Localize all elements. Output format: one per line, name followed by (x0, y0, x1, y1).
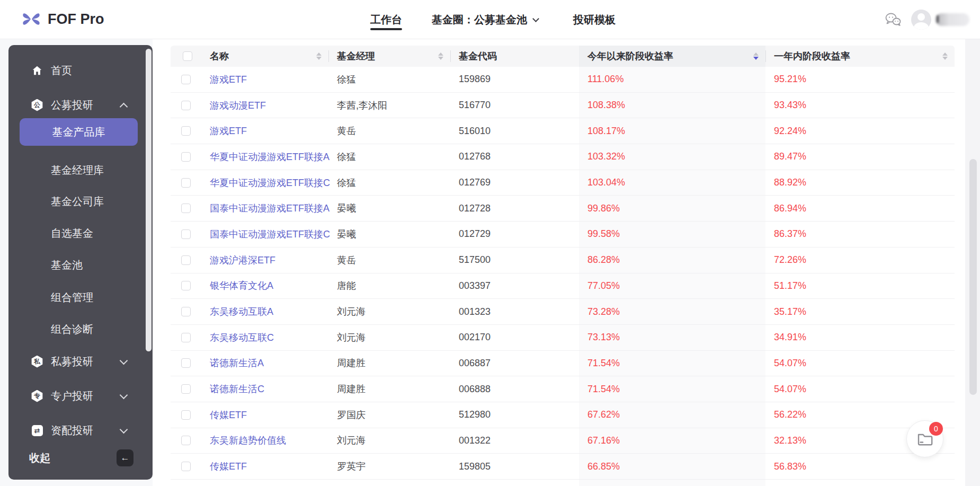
row-checkbox[interactable] (181, 281, 191, 290)
row-checkbox[interactable] (181, 204, 191, 213)
table-row-12: 诺德新生活C周建胜00688871.54%54.07% (171, 376, 955, 402)
fund-manager-cell: 唐能 (328, 273, 450, 299)
tab-research-template[interactable]: 投研模板 (573, 0, 616, 39)
sidebar-subitem-3[interactable]: 自选基金 (8, 225, 153, 241)
row-checkbox[interactable] (181, 101, 191, 110)
row-checkbox[interactable] (181, 358, 191, 368)
sidebar-group-asset-allocation[interactable]: ⇄ 资配投研 (8, 422, 153, 438)
user-avatar[interactable] (911, 10, 931, 30)
fund-name-link[interactable]: 游戏ETF (210, 125, 247, 137)
row-checkbox-cell (171, 376, 201, 402)
column-label: 今年以来阶段收益率 (587, 50, 673, 63)
sidebar-group-private-fund[interactable]: 私 私募投研 (8, 354, 153, 369)
row-checkbox[interactable] (181, 410, 191, 420)
sidebar-group-special-account[interactable]: 专 专户投研 (8, 388, 153, 404)
sidebar-subitem-4[interactable]: 基金池 (8, 257, 153, 273)
sidebar-subitem-2[interactable]: 基金公司库 (8, 193, 153, 209)
row-checkbox[interactable] (181, 255, 191, 265)
tab-fund-circle[interactable]: 基金圈：公募基金池 (432, 0, 538, 39)
table-row-3: 华夏中证动漫游戏ETF联接A徐猛012768103.32%89.47% (171, 144, 955, 170)
row-checkbox[interactable] (181, 229, 191, 239)
sort-icon[interactable] (942, 52, 948, 60)
row-checkbox-cell (171, 67, 201, 92)
fund-name-link[interactable]: 游戏动漫ETF (210, 99, 266, 112)
table-row-14: 东吴新趋势价值线刘元海00132267.16%32.13% (171, 428, 955, 454)
sidebar-subitem-0-selected[interactable]: 基金产品库 (20, 118, 138, 146)
row-checkbox[interactable] (181, 178, 191, 188)
row-checkbox[interactable] (181, 333, 191, 342)
fund-name-link[interactable]: 银华体育文化A (210, 279, 273, 292)
row-checkbox[interactable] (181, 152, 191, 162)
fund-name-link[interactable]: 华夏中证动漫游戏ETF联接C (210, 176, 330, 189)
ytd-return-cell: 108.17% (579, 118, 765, 144)
ytd-return-cell: 111.06% (579, 67, 765, 92)
sidebar-item-home[interactable]: 首页 (8, 63, 153, 78)
topbar-right (885, 0, 969, 39)
ytd-return-cell: 67.16% (579, 428, 765, 454)
fund-name-cell: 游戏动漫ETF (201, 93, 328, 118)
ytd-return-cell: 86.28% (579, 248, 765, 273)
fund-code-cell: 512980 (450, 402, 579, 428)
fund-name-link[interactable]: 诺德新生活A (210, 357, 264, 369)
table-row-10: 东吴移动互联C刘元海00217073.13%34.91% (171, 325, 955, 351)
row-checkbox[interactable] (181, 436, 191, 445)
row-checkbox[interactable] (181, 384, 191, 394)
fund-name-cell: 游戏ETF (201, 67, 328, 92)
ytd-return-cell (579, 480, 765, 486)
sort-icon-active-desc[interactable] (753, 52, 759, 60)
fund-name-link[interactable]: 国泰中证动漫游戏ETF联接C (210, 228, 330, 241)
page-scrollbar-thumb[interactable] (969, 159, 977, 395)
sort-icon[interactable] (438, 52, 443, 60)
one-year-return-cell: 86.37% (765, 222, 955, 247)
one-year-return-cell: 95.21% (765, 67, 955, 92)
tab-workbench-label: 工作台 (370, 13, 402, 27)
ytd-return-cell: 73.13% (579, 325, 765, 350)
fund-name-link[interactable]: 东吴移动互联C (210, 331, 274, 344)
fund-name-cell: 银华体育文化A (201, 273, 328, 299)
table-row-1: 游戏动漫ETF李茜,李沐阳516770108.38%93.43% (171, 93, 955, 119)
row-checkbox[interactable] (181, 126, 191, 136)
fund-name-link[interactable]: 游戏沪港深ETF (210, 254, 275, 267)
fund-name-link[interactable]: 诺德新生活C (210, 383, 264, 395)
row-checkbox[interactable] (181, 75, 191, 84)
one-year-return-cell: 93.43% (765, 93, 955, 118)
sort-icon[interactable] (316, 52, 322, 60)
fund-name-link[interactable]: 东吴新趋势价值线 (210, 434, 286, 447)
table-row-6: 国泰中证动漫游戏ETF联接C晏曦01272999.58%86.37% (171, 222, 955, 248)
row-checkbox[interactable] (181, 307, 191, 316)
row-checkbox-cell (171, 402, 201, 428)
fund-name-link[interactable]: 东吴移动互联A (210, 305, 273, 318)
one-year-return-cell: 35.17% (765, 299, 955, 324)
sidebar-subitem-6[interactable]: 组合诊断 (8, 321, 153, 337)
table-row-0: 游戏ETF徐猛159869111.06%95.21% (171, 67, 955, 93)
fund-name-link[interactable]: 游戏ETF (210, 73, 247, 86)
fund-name-link[interactable]: 华夏中证动漫游戏ETF联接A (210, 151, 329, 163)
fund-name-cell: 东吴移动互联C (201, 325, 328, 350)
tab-workbench[interactable]: 工作台 (370, 0, 402, 39)
username-redacted[interactable] (936, 13, 969, 26)
chevron-down-icon (120, 356, 128, 365)
fund-name-cell: 传媒ETF (201, 454, 328, 479)
page-scrollbar-track (965, 39, 980, 486)
fund-name-cell: 国泰中证动漫游戏ETF联接A (201, 196, 328, 221)
table-row-4: 华夏中证动漫游戏ETF联接C徐猛012769103.04%88.92% (171, 170, 955, 196)
fund-name-link[interactable]: 传媒ETF (210, 460, 247, 473)
row-checkbox[interactable] (181, 462, 191, 471)
select-all-checkbox[interactable] (183, 51, 192, 61)
one-year-return-cell: 72.26% (765, 248, 955, 273)
fund-code-cell: 002170 (450, 325, 579, 350)
wechat-icon[interactable] (885, 12, 902, 27)
fund-name-cell: 游戏沪港深ETF (201, 248, 328, 273)
one-year-return-cell: 34.91% (765, 325, 955, 350)
sidebar-subitem-5[interactable]: 组合管理 (8, 289, 153, 305)
fund-manager-cell: 黄岳 (328, 118, 450, 144)
fund-name-link[interactable]: 国泰中证动漫游戏ETF联接A (210, 202, 329, 215)
fund-name-link[interactable]: 传媒ETF (210, 409, 247, 421)
tab-research-template-label: 投研模板 (573, 13, 616, 27)
sidebar-subitem-label: 基金经理库 (51, 163, 104, 178)
collapse-arrow-button[interactable]: ← (117, 449, 133, 466)
sidebar-group-public-fund[interactable]: 公 公募投研 (8, 97, 153, 113)
fund-basket-button[interactable]: 0 (906, 420, 943, 457)
sidebar-subitem-1[interactable]: 基金经理库 (8, 162, 153, 178)
sidebar-group-label: 公募投研 (51, 98, 93, 112)
